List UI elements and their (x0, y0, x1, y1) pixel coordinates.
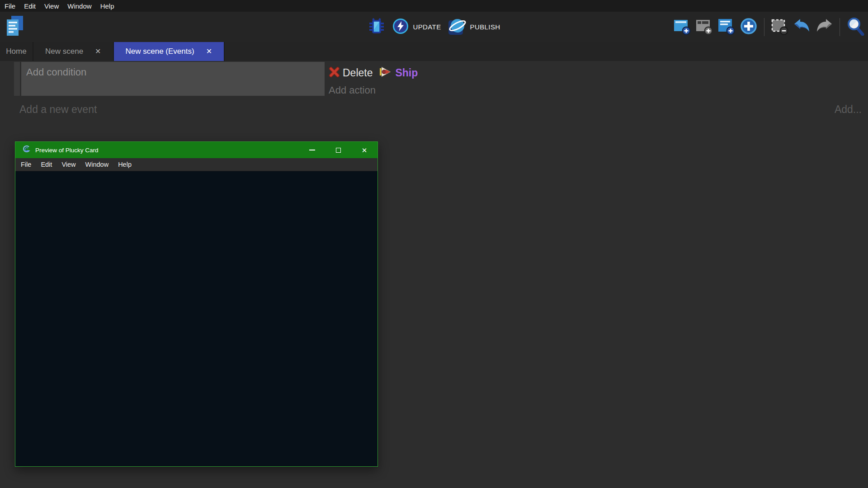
toolbar-separator (764, 18, 764, 36)
redo-button[interactable] (815, 17, 833, 37)
tab-close-icon[interactable]: ✕ (95, 48, 101, 55)
delete-x-icon (329, 66, 340, 80)
update-button[interactable]: UPDATE (392, 18, 441, 37)
add-event-icon (674, 17, 691, 37)
preview-menu-help[interactable]: Help (118, 161, 132, 168)
ship-object-icon (379, 66, 392, 79)
add-other-event-button[interactable] (717, 17, 736, 37)
minimize-icon (309, 150, 315, 150)
redo-arrow-icon (815, 18, 833, 36)
tab-new-scene-events[interactable]: New scene (Events) ✕ (114, 42, 225, 61)
add-event-button[interactable] (673, 17, 691, 37)
preview-window: Preview of Plucky Card ✕ File Edit View (15, 141, 378, 467)
app-menubar: File Edit View Window Help (0, 0, 868, 12)
add-new-event-button[interactable]: Add a new event (19, 103, 97, 116)
maximize-button[interactable] (325, 142, 351, 158)
publish-button[interactable]: PUBLISH (448, 17, 500, 38)
debug-button[interactable] (368, 17, 386, 37)
tab-label: Home (6, 47, 26, 56)
tab-new-scene[interactable]: New scene ✕ (33, 42, 114, 61)
event-drag-handle[interactable] (14, 62, 20, 96)
delete-selection-icon (771, 17, 789, 37)
gdevelop-logo-icon (22, 145, 31, 155)
debug-bug-icon (367, 17, 386, 38)
update-lightning-icon (392, 18, 409, 37)
menu-edit[interactable]: Edit (24, 2, 36, 10)
search-icon (846, 17, 864, 38)
tab-close-icon[interactable]: ✕ (206, 48, 212, 55)
action-delete-ship[interactable]: Delete Ship (329, 65, 736, 81)
main-toolbar: UPDATE PUBLISH (0, 12, 868, 42)
search-button[interactable] (846, 17, 864, 37)
menu-window[interactable]: Window (67, 2, 91, 10)
preview-menu-view[interactable]: View (61, 161, 75, 168)
publish-globe-icon (448, 17, 467, 38)
events-sheet: Add condition Delete (0, 61, 868, 488)
action-object-name: Ship (395, 67, 418, 79)
add-action-placeholder[interactable]: Add action (329, 84, 736, 96)
tab-home[interactable]: Home (0, 42, 33, 61)
preview-titlebar[interactable]: Preview of Plucky Card ✕ (15, 142, 377, 158)
close-icon: ✕ (362, 147, 368, 154)
preview-window-controls: ✕ (299, 142, 377, 158)
undo-button[interactable] (793, 17, 811, 37)
editor-tabbar: Home New scene ✕ New scene (Events) ✕ (0, 42, 868, 61)
preview-menu-file[interactable]: File (21, 161, 31, 168)
close-button[interactable]: ✕ (351, 142, 377, 158)
menu-file[interactable]: File (5, 2, 15, 10)
tab-label: New scene (45, 47, 83, 56)
toolbar-separator (840, 18, 840, 36)
maximize-icon (336, 148, 341, 153)
update-label: UPDATE (413, 23, 441, 31)
preview-menubar: File Edit View Window Help (15, 158, 377, 171)
menu-view[interactable]: View (44, 2, 59, 10)
add-more-event-button[interactable] (740, 17, 758, 37)
preview-game-canvas[interactable] (15, 171, 377, 466)
toolbar-right-group (673, 12, 864, 42)
gdevelop-window: File Edit View Window Help (0, 0, 868, 488)
undo-arrow-icon (793, 18, 811, 36)
tab-label: New scene (Events) (126, 47, 194, 56)
add-subevent-icon (696, 17, 713, 37)
add-condition-placeholder[interactable]: Add condition (21, 62, 325, 78)
preview-window-title: Preview of Plucky Card (35, 147, 99, 154)
event-actions-area: Delete Ship Add action (329, 62, 736, 96)
publish-label: PUBLISH (470, 23, 500, 31)
preview-menu-edit[interactable]: Edit (41, 161, 52, 168)
add-subevent-button[interactable] (695, 17, 713, 37)
add-circle-plus-icon (740, 17, 758, 37)
preview-menu-window[interactable]: Window (85, 161, 109, 168)
event-conditions-area[interactable]: Add condition (21, 62, 325, 96)
delete-selection-button[interactable] (771, 17, 789, 37)
add-other-event-icon (718, 17, 735, 37)
add-more-button[interactable]: Add... (835, 103, 862, 116)
menu-help[interactable]: Help (100, 2, 114, 10)
action-verb: Delete (343, 67, 373, 79)
minimize-button[interactable] (299, 142, 325, 158)
